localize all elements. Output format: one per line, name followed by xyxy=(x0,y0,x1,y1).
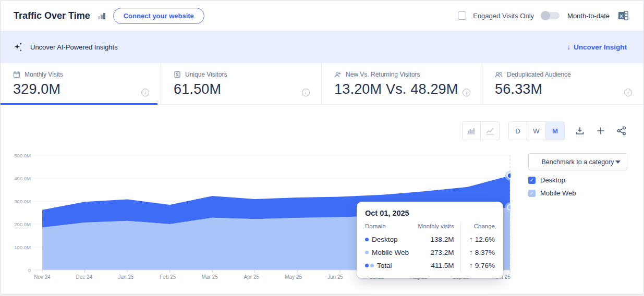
y-axis-labels: 500.0M400.0M300.0M200.0M100.0M0 xyxy=(1,155,31,273)
desktop-checkbox[interactable]: ✓ xyxy=(528,177,536,184)
tooltip-col-change: Change xyxy=(460,222,495,233)
ai-sparkles-icon xyxy=(14,42,23,52)
up-arrow-icon: ↑ xyxy=(469,249,473,256)
benchmark-dropdown[interactable]: Benchmark to a category xyxy=(528,153,627,170)
up-arrow-icon: ↑ xyxy=(469,236,473,243)
metric-cards-row: Monthly Visits 329.0M i Unique Visitors … xyxy=(1,63,643,105)
up-arrow-icon: ↑ xyxy=(469,262,473,269)
excel-export-icon[interactable]: X xyxy=(616,9,630,22)
x-tick-label: Dec 24 xyxy=(63,274,105,280)
granularity-month-button[interactable]: M xyxy=(546,121,565,140)
svg-text:X: X xyxy=(619,14,623,19)
unique-visitors-value: 61.50M xyxy=(174,81,309,97)
x-tick-label: Mar 25 xyxy=(189,274,230,280)
granularity-day-button[interactable]: D xyxy=(508,121,527,140)
info-icon[interactable]: i xyxy=(141,89,149,96)
info-icon[interactable]: i xyxy=(302,89,310,96)
mobile-web-dot-icon xyxy=(370,264,374,267)
mobile-web-checkbox[interactable]: ✓ xyxy=(528,190,536,197)
legend-item-desktop[interactable]: ✓ Desktop xyxy=(528,174,576,187)
mobile-web-dot-icon xyxy=(365,251,369,254)
ai-insights-banner: Uncover AI-Powered Insights ↓Uncover Ins… xyxy=(1,31,643,63)
plus-icon[interactable] xyxy=(595,125,606,137)
card-unique-visitors[interactable]: Unique Visitors 61.50M i xyxy=(161,63,322,104)
bar-chart-icon xyxy=(98,11,106,20)
chevron-down-icon xyxy=(615,161,621,164)
x-tick-label: Jan 25 xyxy=(105,274,147,280)
line-chart-toggle-button[interactable] xyxy=(481,121,500,140)
y-tick-label: 300.0M xyxy=(14,199,31,204)
month-to-date-toggle[interactable] xyxy=(542,12,560,19)
tooltip-row-total: Total 411.5M ↑9.76% xyxy=(365,259,495,272)
x-tick-label: Feb 25 xyxy=(147,274,189,280)
calendar-icon xyxy=(13,71,20,78)
y-tick-label: 500.0M xyxy=(14,153,31,158)
toggle-knob xyxy=(541,11,550,20)
tooltip-col-domain: Domain xyxy=(365,222,414,233)
down-arrow-icon: ↓ xyxy=(567,43,570,51)
y-tick-label: 100.0M xyxy=(14,244,31,250)
tooltip-date: Oct 01, 2025 xyxy=(365,209,495,217)
desktop-dot-icon xyxy=(365,264,369,267)
y-tick-label: 0 xyxy=(28,267,31,273)
desktop-marker[interactable] xyxy=(507,173,511,178)
user-plus-icon xyxy=(334,71,342,78)
tooltip-col-visits: Monthly visits xyxy=(414,222,460,233)
page-title: Traffic Over Time xyxy=(14,10,90,21)
chart-type-toggle xyxy=(462,121,500,140)
connect-website-button[interactable]: Connect your website xyxy=(113,8,204,24)
card-monthly-visits[interactable]: Monthly Visits 329.0M i xyxy=(1,63,161,104)
users-icon xyxy=(495,71,503,78)
x-tick-label: Nov 24 xyxy=(21,274,63,280)
visitor-badge-icon xyxy=(174,71,181,78)
legend-item-mobile-web[interactable]: ✓ Mobile Web xyxy=(528,187,576,200)
chart-controls: D W M xyxy=(462,121,628,140)
panel-header: Traffic Over Time Connect your website E… xyxy=(1,1,643,31)
y-tick-label: 400.0M xyxy=(14,176,31,181)
engaged-visits-label: Engaged Visits Only xyxy=(473,12,534,20)
card-deduplicated-audience[interactable]: Deduplicated Audience 56.33M i xyxy=(482,63,643,104)
bar-chart-toggle-button[interactable] xyxy=(462,121,481,140)
share-icon[interactable] xyxy=(615,125,628,137)
mobile-web-marker[interactable] xyxy=(507,205,511,210)
y-tick-label: 200.0M xyxy=(14,221,31,227)
deduplicated-audience-value: 56.33M xyxy=(495,81,631,97)
download-icon[interactable] xyxy=(574,125,586,137)
new-vs-returning-value: 13.20M Vs. 48.29M xyxy=(334,81,469,97)
traffic-over-time-panel: Traffic Over Time Connect your website E… xyxy=(0,0,644,294)
tooltip-row-desktop: Desktop 138.2M ↑12.6% xyxy=(365,233,495,246)
card-new-vs-returning[interactable]: New Vs. Returning Visitors 13.20M Vs. 48… xyxy=(322,63,482,104)
x-tick-label: Jun 25 xyxy=(314,274,356,280)
engaged-visits-checkbox[interactable] xyxy=(458,11,466,20)
chart-section: D W M 500.0M400.0M300.0M200.0M100.0M0 xyxy=(1,105,643,294)
chart-legend: ✓ Desktop ✓ Mobile Web xyxy=(528,174,576,200)
info-icon[interactable]: i xyxy=(624,89,632,96)
uncover-insight-link[interactable]: ↓Uncover Insight xyxy=(567,43,627,51)
chart-tooltip: Oct 01, 2025 Domain Monthly visits Chang… xyxy=(357,202,503,278)
month-to-date-label: Month-to-date xyxy=(567,12,610,20)
monthly-visits-value: 329.0M xyxy=(13,81,148,97)
x-tick-label: May 25 xyxy=(273,274,314,280)
tooltip-row-mobile-web: Mobile Web 273.2M ↑8.37% xyxy=(365,246,495,259)
desktop-dot-icon xyxy=(365,238,369,241)
granularity-week-button[interactable]: W xyxy=(527,121,546,140)
x-tick-label: Apr 25 xyxy=(230,274,272,280)
ai-banner-text: Uncover AI-Powered Insights xyxy=(30,43,118,51)
info-icon[interactable]: i xyxy=(463,89,470,96)
granularity-toggle: D W M xyxy=(508,121,565,140)
